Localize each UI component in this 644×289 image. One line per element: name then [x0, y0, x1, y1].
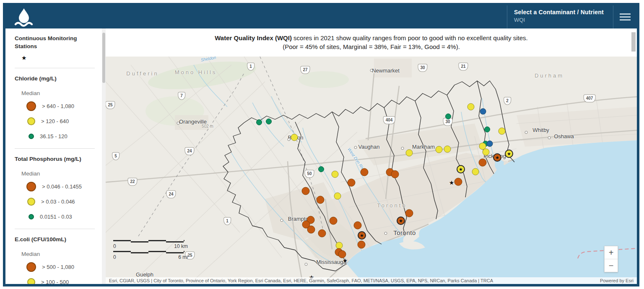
city-marker-dot — [384, 232, 387, 235]
legend-section-phosphorus: Total Phosphorus (mg/L) Median > 0.046 -… — [15, 156, 95, 222]
green-site-point[interactable] — [266, 119, 272, 124]
map-canvas[interactable]: DufferinMono HillsDurhamTorontoNewmarket… — [106, 57, 637, 284]
map-title-rest: scores in 2021 show quality ranges from … — [292, 34, 528, 41]
orange-site-point[interactable] — [307, 226, 315, 234]
powered-by-esri: Powered by Esri — [600, 278, 634, 283]
sidebar-scrollbar[interactable] — [102, 28, 106, 284]
road-shield-24: 24 — [166, 191, 176, 199]
green-circle-icon — [29, 134, 34, 139]
scale-zero-mi: 0 — [113, 254, 116, 260]
city-marker-dot — [280, 219, 283, 222]
orange-site-point[interactable] — [317, 196, 325, 204]
hamburger-icon — [620, 12, 631, 22]
map-label-oshawa: Oshawa — [554, 133, 574, 139]
blue-site-point[interactable] — [487, 141, 493, 147]
legend-divider — [15, 68, 95, 68]
yellow-site-point[interactable] — [499, 128, 506, 135]
orange-site-point[interactable] — [302, 187, 310, 195]
city-marker-dot — [525, 131, 528, 134]
green-site-point[interactable] — [256, 119, 262, 125]
legend-row-label: > 120 - 640 — [41, 118, 69, 124]
green-site-point[interactable] — [318, 166, 324, 172]
legend-sidebar: Continuous Monitoring Stations ★ Chlorid… — [5, 28, 106, 284]
yellow-site-point[interactable] — [332, 171, 339, 178]
legend-section-chloride: Chloride (mg/L) Median > 640 - 1,080 > 1… — [15, 75, 95, 142]
menu-button[interactable] — [613, 5, 637, 28]
scale-mi-label: 6 mi — [178, 254, 188, 260]
zoom-in-button[interactable]: + — [605, 246, 618, 259]
green-site-point[interactable] — [484, 126, 490, 132]
yellow-site-point[interactable] — [472, 168, 479, 175]
orange-site-point[interactable] — [479, 159, 487, 167]
city-marker-dot — [370, 69, 373, 72]
green-site-point[interactable] — [445, 114, 451, 119]
yellow-circle-icon — [27, 278, 35, 284]
yellow-site-point[interactable] — [444, 146, 451, 153]
map-title: Water Quality Index (WQI) scores in 2021… — [106, 28, 637, 57]
orange-site-point[interactable] — [454, 178, 462, 186]
road-shield-1: 1 — [247, 63, 254, 71]
yellow-site-point-with-station[interactable]: ★ — [457, 165, 465, 173]
legend-divider — [15, 148, 95, 149]
orange-site-point[interactable] — [354, 222, 362, 230]
orange-site-point[interactable] — [391, 170, 399, 178]
yellow-site-point[interactable] — [483, 149, 490, 156]
map-label-mono-hills: Mono Hills — [175, 69, 217, 75]
legend-row: > 100 - 500 — [26, 277, 95, 284]
orange-circle-icon — [26, 182, 36, 191]
app-page: Select a Contaminant / Nutrient WQI Cont… — [0, 0, 644, 289]
contaminant-selector-label: Select a Contaminant / Nutrient — [514, 9, 606, 15]
yellow-circle-icon — [27, 198, 35, 206]
station-star-icon: ★ — [21, 54, 95, 61]
map-label-mississauga: Mississauga — [316, 259, 346, 265]
scale-bar: 010 km 06 mi — [113, 240, 191, 262]
section-title: E.coli (CFU/100mL) — [15, 236, 95, 243]
scale-bar-mi — [113, 251, 184, 254]
orange-site-point[interactable] — [358, 241, 366, 249]
orange-site-point-with-station[interactable]: ★ — [493, 153, 501, 162]
zoom-out-button[interactable]: − — [605, 259, 618, 272]
map-label-newmarket: Newmarket — [372, 67, 400, 74]
scale-zero-km: 0 — [113, 243, 116, 249]
legend-row-label: > 0.03 - 0.046 — [41, 199, 75, 205]
orange-site-point[interactable] — [318, 230, 326, 237]
yellow-site-point[interactable] — [334, 193, 341, 200]
orange-site-point[interactable] — [361, 168, 369, 176]
orange-site-point-with-station[interactable]: ★ — [358, 231, 366, 240]
orange-site-point[interactable] — [405, 209, 413, 217]
app-header: Select a Contaminant / Nutrient WQI — [5, 5, 637, 28]
map-label-whitby: Whitby — [532, 127, 549, 133]
section-title: Total Phosphorus (mg/L) — [15, 156, 95, 162]
map-label-guelph: Guelph — [136, 271, 153, 278]
legend-row-label: 0.0151 - 0.03 — [40, 214, 72, 220]
orange-site-point[interactable] — [348, 179, 356, 187]
legend-row: > 120 - 640 — [26, 116, 95, 126]
yellow-site-point[interactable] — [436, 146, 443, 153]
city-marker-dot — [354, 146, 357, 149]
panel-scrollbar-thumb[interactable] — [631, 32, 636, 52]
map-subtitle: (Poor = 45% of sites, Marginal = 38%, Fa… — [106, 43, 637, 50]
orange-site-point[interactable] — [330, 217, 338, 225]
yellow-site-point[interactable] — [406, 150, 413, 157]
contaminant-selector-value: WQI — [514, 17, 606, 23]
road-shield-407: 407 — [584, 95, 596, 103]
zoom-controls: + − — [604, 246, 618, 272]
legend-divider — [15, 229, 95, 229]
station-star-marker[interactable]: ★ — [343, 258, 348, 263]
sidebar-scrollbar-thumb[interactable] — [102, 33, 105, 83]
water-drop-logo — [13, 8, 35, 27]
map-attribution: Esri, CGIAR, USGS | City of Toronto, Pro… — [106, 277, 637, 284]
green-circle-icon — [29, 214, 34, 219]
road-shield-24: 24 — [184, 147, 194, 155]
road-shield-5: 5 — [112, 152, 119, 160]
station-star-marker[interactable]: ★ — [449, 180, 454, 186]
blue-site-point[interactable] — [480, 108, 486, 115]
attribution-text: Esri, CGIAR, USGS | City of Toronto, Pro… — [109, 278, 493, 283]
contaminant-selector[interactable]: Select a Contaminant / Nutrient WQI — [507, 5, 613, 28]
yellow-site-point[interactable] — [291, 134, 298, 141]
yellow-site-point[interactable] — [467, 103, 475, 111]
legend-row: 36.15 - 120 — [26, 131, 95, 142]
legend-row-label: > 640 - 1,080 — [42, 103, 74, 109]
yellow-site-point-with-station[interactable]: ★ — [505, 150, 513, 158]
orange-site-point-with-station[interactable]: ★ — [397, 217, 405, 225]
